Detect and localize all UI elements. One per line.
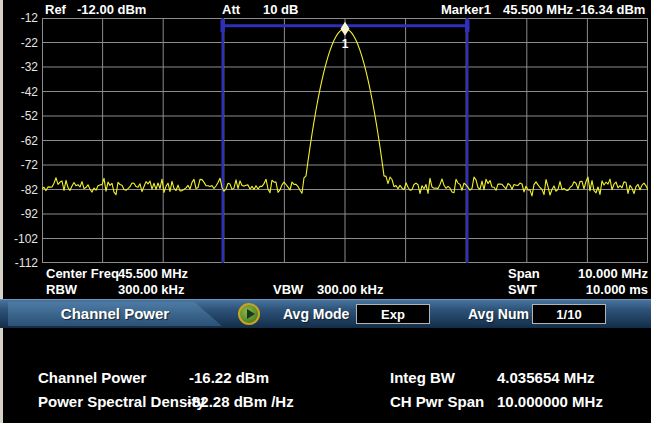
- marker-readout-label: Marker1: [441, 2, 491, 18]
- tab-channel-power[interactable]: Channel Power: [8, 302, 222, 326]
- play-triangle-icon: [247, 309, 255, 319]
- ch-pwr-span-value: 10.000000 MHz: [497, 393, 603, 411]
- center-freq-value: 45.500 MHz: [118, 266, 188, 281]
- avg-mode-value-box[interactable]: Exp: [356, 304, 430, 324]
- y-axis-tick-label: -92: [0, 207, 38, 221]
- attenuation-label: Att: [222, 2, 240, 18]
- y-axis-tick-label: -82: [0, 183, 38, 197]
- y-axis-tick-label: -112: [0, 256, 38, 270]
- vbw-label: VBW: [273, 282, 303, 297]
- integ-bw-label: Integ BW: [390, 369, 455, 387]
- vbw-value: 300.00 kHz: [317, 282, 384, 297]
- y-axis-tick-label: -22: [0, 36, 38, 50]
- y-axis-tick-label: -52: [0, 109, 38, 123]
- y-axis-tick-label: -12: [0, 11, 38, 25]
- marker-number-label: 1: [342, 37, 349, 51]
- avg-mode-label: Avg Mode: [283, 305, 349, 324]
- spectrum-analyzer-screen: Ref -12.00 dBm Att 10 dB Marker1 45.500 …: [0, 0, 651, 423]
- y-axis-tick-label: -72: [0, 158, 38, 172]
- span-label: Span: [508, 266, 540, 281]
- rbw-label: RBW: [46, 282, 77, 297]
- ch-pwr-span-label: CH Pwr Span: [390, 393, 484, 411]
- center-freq-label: Center Freq: [46, 266, 119, 281]
- y-axis-tick-label: -42: [0, 85, 38, 99]
- integ-bw-value: 4.035654 MHz: [497, 369, 595, 387]
- span-value: 10.000 MHz: [560, 266, 648, 281]
- play-icon[interactable]: [238, 303, 260, 325]
- graticule: 1: [42, 18, 648, 263]
- menu-bar: Channel Power Avg Mode Exp Avg Num 1/10: [0, 299, 651, 328]
- channel-power-result-value: -16.22 dBm: [189, 369, 269, 387]
- psd-result-label: Power Spectral Density: [38, 393, 205, 411]
- avg-num-value-box[interactable]: 1/10: [532, 304, 606, 324]
- swt-label: SWT: [508, 282, 537, 297]
- marker-diamond-icon: [341, 22, 350, 36]
- attenuation-value: 10 dB: [263, 2, 298, 18]
- y-axis-tick-label: -62: [0, 134, 38, 148]
- avg-num-label: Avg Num: [468, 305, 529, 324]
- marker-readout-freq: 45.500 MHz: [503, 2, 573, 18]
- ref-level-label: Ref: [45, 2, 66, 18]
- swt-value: 10.000 ms: [560, 282, 648, 297]
- rbw-value: 300.00 kHz: [118, 282, 185, 297]
- channel-power-result-label: Channel Power: [38, 369, 146, 387]
- y-axis-tick-label: -32: [0, 60, 38, 74]
- psd-result-value: -82.28 dBm /Hz: [187, 393, 294, 411]
- marker-readout-level: -16.34 dBm: [576, 2, 645, 18]
- ref-level-value: -12.00 dBm: [77, 2, 146, 18]
- y-axis-tick-label: -102: [0, 232, 38, 246]
